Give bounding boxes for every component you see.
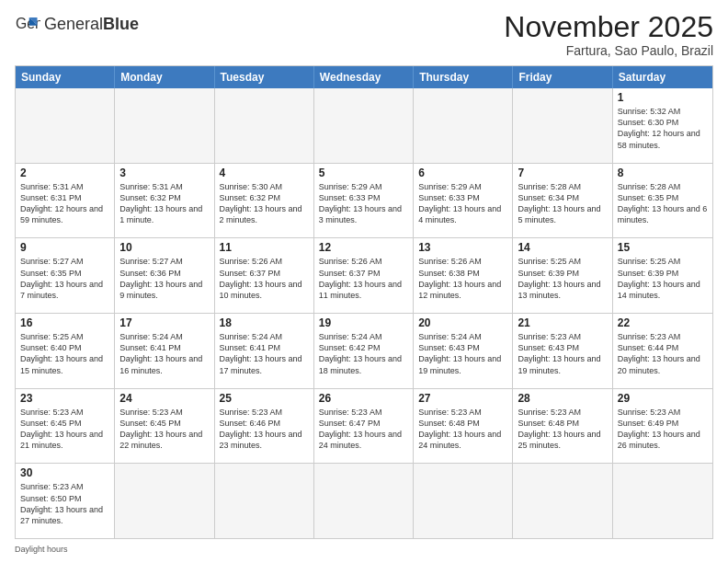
cal-cell: 26Sunrise: 5:23 AM Sunset: 6:47 PM Dayli… — [314, 389, 414, 464]
cell-info: Sunrise: 5:30 AM Sunset: 6:32 PM Dayligh… — [220, 181, 309, 226]
cal-cell — [215, 464, 314, 538]
cell-info: Sunrise: 5:32 AM Sunset: 6:30 PM Dayligh… — [618, 106, 708, 151]
day-number: 25 — [220, 392, 309, 405]
cell-info: Sunrise: 5:28 AM Sunset: 6:35 PM Dayligh… — [618, 181, 708, 226]
cell-info: Sunrise: 5:31 AM Sunset: 6:32 PM Dayligh… — [119, 181, 209, 226]
cal-cell: 17Sunrise: 5:24 AM Sunset: 6:41 PM Dayli… — [115, 314, 214, 388]
logo: Gen GeneralBlue — [15, 11, 139, 37]
day-number: 8 — [618, 167, 708, 179]
cal-cell: 1Sunrise: 5:32 AM Sunset: 6:30 PM Daylig… — [613, 88, 712, 163]
day-number: 30 — [20, 466, 109, 479]
cal-cell: 30Sunrise: 5:23 AM Sunset: 6:50 PM Dayli… — [16, 464, 115, 538]
cal-cell: 20Sunrise: 5:24 AM Sunset: 6:43 PM Dayli… — [414, 314, 513, 388]
day-number: 29 — [618, 392, 708, 405]
day-number: 4 — [220, 167, 309, 179]
cell-info: Sunrise: 5:25 AM Sunset: 6:39 PM Dayligh… — [518, 256, 607, 301]
page-header: Gen GeneralBlue November 2025 Fartura, S… — [15, 11, 713, 58]
cal-week-row: 30Sunrise: 5:23 AM Sunset: 6:50 PM Dayli… — [16, 463, 712, 538]
cell-info: Sunrise: 5:23 AM Sunset: 6:47 PM Dayligh… — [319, 407, 408, 452]
cal-cell — [115, 464, 214, 538]
day-number: 26 — [319, 392, 408, 405]
cell-info: Sunrise: 5:24 AM Sunset: 6:43 PM Dayligh… — [418, 331, 507, 376]
cell-info: Sunrise: 5:25 AM Sunset: 6:39 PM Dayligh… — [618, 256, 708, 301]
cal-cell: 25Sunrise: 5:23 AM Sunset: 6:46 PM Dayli… — [215, 389, 314, 464]
cell-info: Sunrise: 5:24 AM Sunset: 6:41 PM Dayligh… — [220, 331, 309, 376]
cell-info: Sunrise: 5:28 AM Sunset: 6:34 PM Dayligh… — [518, 181, 607, 226]
day-number: 9 — [20, 241, 109, 254]
cal-cell — [513, 88, 612, 163]
footer-note: Daylight hours — [15, 543, 713, 556]
cell-info: Sunrise: 5:31 AM Sunset: 6:31 PM Dayligh… — [20, 181, 109, 226]
cal-header-day: Tuesday — [215, 66, 314, 88]
cal-cell — [414, 88, 513, 163]
calendar-header: SundayMondayTuesdayWednesdayThursdayFrid… — [16, 66, 712, 88]
calendar-body: 1Sunrise: 5:32 AM Sunset: 6:30 PM Daylig… — [16, 88, 712, 538]
cal-cell: 28Sunrise: 5:23 AM Sunset: 6:48 PM Dayli… — [513, 389, 612, 464]
cal-header-day: Saturday — [613, 66, 712, 88]
location: Fartura, Sao Paulo, Brazil — [504, 43, 713, 58]
cal-cell — [414, 464, 513, 538]
cal-week-row: 16Sunrise: 5:25 AM Sunset: 6:40 PM Dayli… — [16, 313, 712, 388]
cell-info: Sunrise: 5:23 AM Sunset: 6:44 PM Dayligh… — [618, 331, 708, 376]
cell-info: Sunrise: 5:23 AM Sunset: 6:46 PM Dayligh… — [220, 407, 309, 452]
cal-week-row: 1Sunrise: 5:32 AM Sunset: 6:30 PM Daylig… — [16, 88, 712, 163]
calendar: SundayMondayTuesdayWednesdayThursdayFrid… — [15, 65, 713, 539]
cal-cell: 10Sunrise: 5:27 AM Sunset: 6:36 PM Dayli… — [115, 238, 214, 313]
cell-info: Sunrise: 5:26 AM Sunset: 6:38 PM Dayligh… — [418, 256, 507, 301]
cal-cell: 5Sunrise: 5:29 AM Sunset: 6:33 PM Daylig… — [314, 164, 414, 238]
cal-cell: 9Sunrise: 5:27 AM Sunset: 6:35 PM Daylig… — [16, 238, 115, 313]
cal-cell: 21Sunrise: 5:23 AM Sunset: 6:43 PM Dayli… — [513, 314, 612, 388]
cal-cell — [513, 464, 612, 538]
cal-header-day: Friday — [513, 66, 612, 88]
day-number: 5 — [319, 167, 408, 179]
day-number: 27 — [418, 392, 507, 405]
day-number: 13 — [418, 241, 507, 254]
cal-header-day: Wednesday — [314, 66, 414, 88]
cal-cell: 29Sunrise: 5:23 AM Sunset: 6:49 PM Dayli… — [613, 389, 712, 464]
day-number: 24 — [119, 392, 209, 405]
day-number: 7 — [518, 167, 607, 179]
cell-info: Sunrise: 5:23 AM Sunset: 6:49 PM Dayligh… — [618, 407, 708, 452]
cal-cell: 23Sunrise: 5:23 AM Sunset: 6:45 PM Dayli… — [16, 389, 115, 464]
cell-info: Sunrise: 5:23 AM Sunset: 6:45 PM Dayligh… — [20, 407, 109, 452]
day-number: 1 — [618, 91, 708, 104]
cal-cell: 19Sunrise: 5:24 AM Sunset: 6:42 PM Dayli… — [314, 314, 414, 388]
cal-cell: 22Sunrise: 5:23 AM Sunset: 6:44 PM Dayli… — [613, 314, 712, 388]
cal-cell: 14Sunrise: 5:25 AM Sunset: 6:39 PM Dayli… — [513, 238, 612, 313]
day-number: 10 — [119, 241, 209, 254]
day-number: 21 — [518, 316, 607, 329]
cal-cell: 2Sunrise: 5:31 AM Sunset: 6:31 PM Daylig… — [16, 164, 115, 238]
cell-info: Sunrise: 5:25 AM Sunset: 6:40 PM Dayligh… — [20, 331, 109, 376]
cal-week-row: 2Sunrise: 5:31 AM Sunset: 6:31 PM Daylig… — [16, 163, 712, 238]
day-number: 17 — [119, 316, 209, 329]
cell-info: Sunrise: 5:27 AM Sunset: 6:36 PM Dayligh… — [119, 256, 209, 301]
month-title: November 2025 — [504, 11, 713, 43]
cell-info: Sunrise: 5:23 AM Sunset: 6:48 PM Dayligh… — [518, 407, 607, 452]
cell-info: Sunrise: 5:24 AM Sunset: 6:42 PM Dayligh… — [319, 331, 408, 376]
day-number: 15 — [618, 241, 708, 254]
cell-info: Sunrise: 5:26 AM Sunset: 6:37 PM Dayligh… — [319, 256, 408, 301]
cell-info: Sunrise: 5:26 AM Sunset: 6:37 PM Dayligh… — [220, 256, 309, 301]
cal-header-day: Thursday — [414, 66, 513, 88]
cell-info: Sunrise: 5:29 AM Sunset: 6:33 PM Dayligh… — [418, 181, 507, 226]
cal-header-day: Monday — [115, 66, 214, 88]
cal-cell: 7Sunrise: 5:28 AM Sunset: 6:34 PM Daylig… — [513, 164, 612, 238]
cal-cell: 27Sunrise: 5:23 AM Sunset: 6:48 PM Dayli… — [414, 389, 513, 464]
cal-cell — [314, 88, 414, 163]
cell-info: Sunrise: 5:23 AM Sunset: 6:45 PM Dayligh… — [119, 407, 209, 452]
day-number: 6 — [418, 167, 507, 179]
cal-cell: 16Sunrise: 5:25 AM Sunset: 6:40 PM Dayli… — [16, 314, 115, 388]
day-number: 3 — [119, 167, 209, 179]
cell-info: Sunrise: 5:23 AM Sunset: 6:43 PM Dayligh… — [518, 331, 607, 376]
cal-cell: 13Sunrise: 5:26 AM Sunset: 6:38 PM Dayli… — [414, 238, 513, 313]
cal-cell: 8Sunrise: 5:28 AM Sunset: 6:35 PM Daylig… — [613, 164, 712, 238]
cal-cell — [613, 464, 712, 538]
day-number: 23 — [20, 392, 109, 405]
cal-cell — [16, 88, 115, 163]
day-number: 11 — [220, 241, 309, 254]
day-number: 22 — [618, 316, 708, 329]
cal-cell: 15Sunrise: 5:25 AM Sunset: 6:39 PM Dayli… — [613, 238, 712, 313]
logo-icon: Gen — [15, 11, 40, 37]
cell-info: Sunrise: 5:24 AM Sunset: 6:41 PM Dayligh… — [119, 331, 209, 376]
cell-info: Sunrise: 5:23 AM Sunset: 6:48 PM Dayligh… — [418, 407, 507, 452]
